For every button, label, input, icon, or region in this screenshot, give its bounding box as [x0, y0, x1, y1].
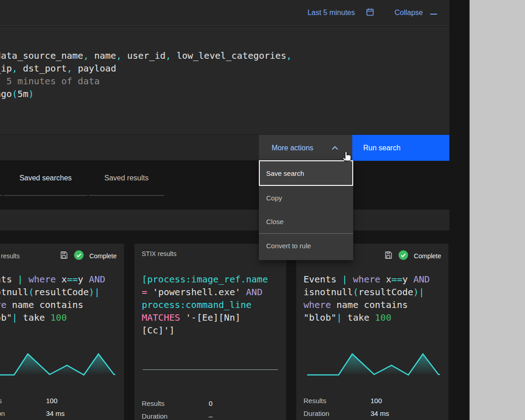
result-card-left[interactable]: results Complete Events | where x==y AND…: [0, 244, 124, 420]
stix-code: [process:image_ref.name= 'powershell.exe…: [142, 273, 283, 337]
query-editor-code[interactable]: data_source_name, name, user_id, low_lev…: [0, 49, 292, 100]
collapse-label: Collapse: [395, 9, 423, 17]
results-value: 100: [46, 397, 117, 405]
duration-label: Duration: [142, 412, 209, 420]
card-stats: Results 100 Duration 34 ms: [304, 397, 441, 417]
chevron-up-icon: [331, 144, 339, 152]
calendar-icon[interactable]: [365, 7, 375, 18]
status-badge: Complete: [89, 252, 117, 260]
result-card-stix[interactable]: STIX results [process:image_ref.name= 'p…: [134, 244, 286, 420]
results-sparkline: [0, 353, 116, 376]
desktop-background: [469, 0, 525, 420]
duration-value: 34 ms: [46, 410, 117, 417]
results-sparkline: [305, 353, 440, 376]
results-label: Results: [142, 400, 209, 407]
results-label: Results: [304, 397, 371, 405]
card-title: STIX results: [142, 250, 279, 257]
card-stats: Results 0 Duration –: [142, 400, 279, 420]
kql-code: Events | where x==y ANDisnotnull(resultC…: [0, 273, 120, 324]
tab-saved-results[interactable]: Saved results: [89, 161, 164, 196]
more-actions-label: More actions: [272, 144, 314, 152]
kql-code: Events | where x==y ANDisnotnull(resultC…: [304, 273, 445, 324]
tab-saved-searches-label: Saved searches: [20, 174, 72, 182]
collapse-minus-icon: [430, 9, 437, 17]
query-top-bar: Last 5 minutes Collapse: [0, 0, 449, 26]
collapse-button[interactable]: Collapse: [395, 9, 437, 17]
card-title: results: [1, 252, 59, 260]
menu-item-close[interactable]: Close: [259, 210, 353, 233]
status-group: Complete: [384, 250, 441, 262]
search-action-bar: More actions Run search: [0, 134, 449, 160]
duration-value: –: [209, 412, 279, 420]
tab-stub: [0, 195, 2, 196]
save-icon[interactable]: [59, 251, 68, 261]
tab-saved-results-label: Saved results: [104, 174, 149, 182]
results-value: 100: [371, 397, 441, 405]
time-range-label: Last 5 minutes: [308, 9, 355, 17]
status-group: Complete: [59, 250, 117, 262]
duration-value: 34 ms: [371, 410, 441, 417]
save-icon[interactable]: [384, 251, 393, 261]
menu-item-convert-to-rule[interactable]: Convert to rule: [259, 234, 353, 257]
empty-sparkline: [143, 369, 278, 370]
card-header: results Complete: [0, 250, 117, 262]
menu-item-save-search[interactable]: Save search: [259, 160, 353, 186]
time-range-selector[interactable]: Last 5 minutes: [308, 7, 375, 18]
complete-icon: [74, 250, 84, 262]
results-value: 0: [209, 400, 279, 407]
duration-label: Duration: [304, 410, 371, 417]
tab-saved-searches[interactable]: Saved searches: [4, 161, 88, 196]
run-search-label: Run search: [363, 144, 401, 152]
results-toolbar: [0, 210, 449, 230]
card-header: STIX results: [142, 250, 279, 257]
result-card-right[interactable]: Complete Events | where x==y ANDisnotnul…: [296, 244, 448, 420]
card-stats: Results 100 Duration 34 ms: [0, 397, 117, 417]
run-search-button[interactable]: Run search: [352, 135, 449, 161]
more-actions-menu: Save search Copy Close Convert to rule: [259, 160, 353, 260]
menu-item-copy[interactable]: Copy: [259, 186, 353, 210]
duration-label: Duration: [0, 410, 46, 417]
complete-icon: [398, 250, 408, 262]
query-editor[interactable]: data_source_name, name, user_id, low_lev…: [0, 26, 449, 134]
more-actions-button[interactable]: More actions: [259, 135, 352, 161]
status-badge: Complete: [414, 252, 441, 260]
results-label: Results: [0, 397, 46, 405]
